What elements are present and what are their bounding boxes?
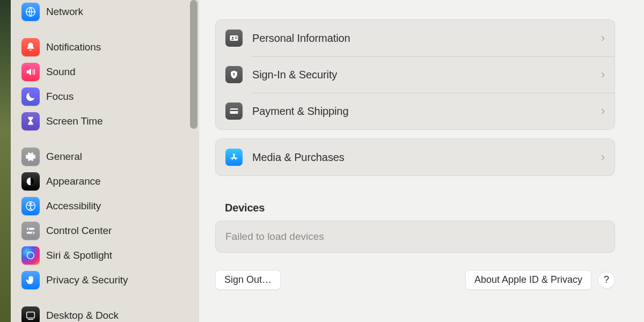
- media-purchases-group: Media & Purchases ›: [215, 138, 615, 176]
- chevron-right-icon: ›: [601, 31, 605, 45]
- svg-point-11: [232, 37, 233, 39]
- sidebar-item-control-center[interactable]: Control Center: [21, 219, 191, 243]
- sidebar-item-label: General: [46, 151, 82, 163]
- hourglass-icon: [21, 112, 40, 130]
- devices-status-text: Failed to load devices: [225, 231, 324, 242]
- chevron-right-icon: ›: [601, 104, 605, 118]
- sidebar-item-siri-spotlight[interactable]: Siri & Spotlight: [21, 244, 191, 267]
- desktop-background-strip: [0, 0, 11, 322]
- sidebar-item-screen-time[interactable]: Screen Time: [21, 109, 191, 133]
- hand-icon: [21, 271, 40, 289]
- sidebar-item-label: Sound: [46, 66, 75, 78]
- row-media-purchases[interactable]: Media & Purchases ›: [216, 139, 614, 175]
- sidebar-item-label: Siri & Spotlight: [46, 250, 112, 261]
- siri-icon: [21, 246, 40, 265]
- sidebar-item-label: Privacy & Security: [46, 274, 128, 286]
- devices-status-box: Failed to load devices: [215, 221, 615, 253]
- sidebar-item-label: Accessibility: [46, 200, 101, 212]
- shield-key-icon: [225, 66, 243, 83]
- row-label: Sign-In & Security: [252, 69, 601, 81]
- sidebar-item-appearance[interactable]: Appearance: [21, 170, 191, 193]
- svg-point-8: [27, 252, 34, 259]
- svg-point-6: [28, 228, 30, 230]
- id-card-icon: [225, 30, 243, 47]
- sidebar-item-sound[interactable]: Sound: [21, 60, 191, 84]
- sidebar-item-label: Appearance: [46, 175, 100, 187]
- svg-rect-4: [27, 228, 35, 230]
- appearance-icon: [21, 172, 40, 191]
- sidebar-item-notifications[interactable]: Notifications: [21, 35, 191, 59]
- account-settings-group: Personal Information › Sign-In & Securit…: [215, 19, 615, 130]
- sidebar-item-network[interactable]: Network: [21, 0, 191, 24]
- sidebar-item-label: Control Center: [46, 225, 112, 237]
- sidebar-list: Network Notifications Sound Focus: [11, 0, 199, 322]
- row-personal-information[interactable]: Personal Information ›: [216, 20, 614, 56]
- sidebar-item-label: Focus: [46, 91, 74, 103]
- svg-rect-9: [27, 312, 35, 318]
- svg-rect-15: [233, 74, 234, 76]
- accessibility-icon: [21, 197, 40, 215]
- chevron-right-icon: ›: [601, 150, 605, 164]
- about-apple-id-privacy-button[interactable]: About Apple ID & Privacy: [465, 270, 591, 290]
- appstore-icon: [225, 149, 243, 166]
- row-sign-in-security[interactable]: Sign-In & Security ›: [216, 56, 614, 93]
- chevron-right-icon: ›: [601, 68, 605, 82]
- svg-point-3: [30, 203, 32, 204]
- footer-actions: Sign Out… About Apple ID & Privacy ?: [215, 270, 615, 290]
- sidebar-item-privacy-security[interactable]: Privacy & Security: [21, 268, 191, 292]
- sidebar-item-focus[interactable]: Focus: [21, 85, 191, 108]
- sidebar-separator: [21, 24, 191, 35]
- help-button[interactable]: ?: [598, 272, 615, 289]
- svg-point-7: [32, 232, 33, 233]
- sidebar-item-general[interactable]: General: [21, 145, 191, 169]
- speaker-icon: [21, 63, 40, 81]
- sign-out-button[interactable]: Sign Out…: [215, 270, 281, 290]
- row-label: Payment & Shipping: [252, 105, 601, 118]
- sidebar-item-label: Screen Time: [46, 115, 103, 127]
- sidebar-scrollbar[interactable]: [190, 0, 197, 129]
- sidebar: Network Notifications Sound Focus: [11, 0, 199, 322]
- network-icon: [21, 3, 40, 21]
- sidebar-item-label: Network: [46, 6, 83, 18]
- sidebar-item-label: Notifications: [46, 41, 101, 53]
- row-label: Media & Purchases: [252, 151, 601, 164]
- sidebar-item-label: Desktop & Dock: [46, 310, 119, 321]
- svg-rect-17: [230, 110, 238, 112]
- sidebar-separator: [21, 292, 191, 304]
- sidebar-item-desktop-dock[interactable]: Desktop & Dock: [21, 304, 191, 322]
- dock-icon: [21, 306, 40, 322]
- svg-rect-12: [235, 37, 237, 38]
- main-pane: Personal Information › Sign-In & Securit…: [199, 0, 644, 322]
- credit-card-icon: [225, 103, 243, 120]
- gear-icon: [21, 148, 40, 166]
- row-payment-shipping[interactable]: Payment & Shipping ›: [216, 93, 614, 129]
- bell-icon: [21, 38, 40, 56]
- moon-icon: [21, 87, 40, 106]
- sidebar-item-accessibility[interactable]: Accessibility: [21, 194, 191, 218]
- devices-section-title: Devices: [225, 202, 615, 214]
- row-label: Personal Information: [252, 32, 601, 45]
- svg-rect-13: [235, 38, 237, 39]
- sidebar-separator: [21, 133, 191, 145]
- svg-rect-5: [27, 232, 35, 234]
- control-center-icon: [21, 222, 40, 240]
